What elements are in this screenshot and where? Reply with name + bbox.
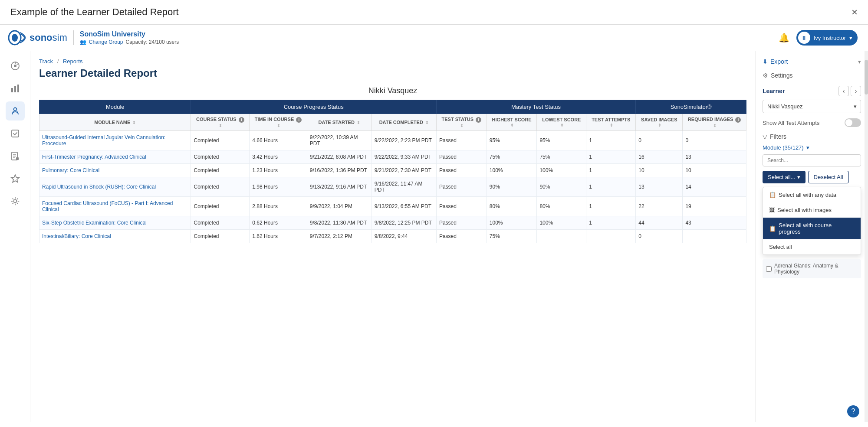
breadcrumb-reports[interactable]: Reports: [63, 58, 83, 65]
module-link[interactable]: Intestinal/Biliary: Core Clinical: [42, 233, 111, 239]
module-link[interactable]: Pulmonary: Core Clinical: [42, 167, 99, 173]
course-status-cell: Completed: [191, 131, 250, 150]
dropdown-item-course-progress[interactable]: 📋 Select all with course progress: [763, 218, 861, 239]
date-completed-cell: 9/13/2022, 6:55 AM PDT: [372, 197, 436, 216]
sort-icon[interactable]: ⇕: [425, 121, 429, 125]
module-search-input[interactable]: [763, 154, 861, 166]
last-module-checkbox[interactable]: [766, 266, 772, 272]
learner-select[interactable]: Nikki Vasquez: [763, 100, 861, 113]
time-in-course-cell: 1.62 Hours: [250, 230, 307, 243]
date-started-cell: 9/22/2022, 10:39 AM PDT: [307, 131, 372, 150]
test-status-cell: Passed: [436, 150, 487, 164]
table-row: Focused Cardiac Ultrasound (FoCUS) - Par…: [39, 197, 746, 216]
help-badge[interactable]: ?: [847, 405, 859, 417]
dropdown-item-with-images[interactable]: 🖼 Select all with images: [763, 202, 861, 218]
user-dropdown-icon: ▾: [849, 35, 852, 41]
date-started-cell: 9/8/2022, 11:30 AM PDT: [307, 216, 372, 230]
lowest-score-cell: 95%: [537, 131, 586, 150]
next-learner-button[interactable]: ›: [851, 86, 861, 96]
module-link[interactable]: Ultrasound-Guided Internal Jugular Vein …: [42, 134, 165, 147]
org-info: SonoSim University 👥 Change Group Capaci…: [73, 30, 179, 45]
test-attempts-cell: [586, 230, 636, 243]
th-date-completed: DATE COMPLETED ⇕: [372, 114, 436, 131]
module-name-cell: Intestinal/Biliary: Core Clinical: [39, 230, 191, 243]
highest-score-cell: 100%: [487, 164, 537, 177]
export-button[interactable]: ⬇ Export: [763, 58, 788, 65]
sort-icon[interactable]: ⇕: [277, 124, 280, 128]
right-panel: ⬇ Export ▾ ⚙ Settings Learner ‹ › Nikki …: [755, 51, 868, 422]
dropdown-item-any-data[interactable]: 📋 Select all with any data: [763, 187, 861, 202]
module-link[interactable]: Rapid Ultrasound in Shock (RUSH): Core C…: [42, 184, 156, 190]
sidebar-item-dashboard[interactable]: [6, 56, 25, 75]
test-attempts-cell: 1: [586, 164, 636, 177]
deselect-all-button[interactable]: Deselect All: [808, 171, 849, 183]
sidebar-item-reports[interactable]: [6, 147, 25, 166]
module-name-cell: Six-Step Obstetric Examination: Core Cli…: [39, 216, 191, 230]
sort-icon[interactable]: ⇕: [460, 124, 464, 128]
module-link[interactable]: First-Trimester Pregnancy: Advanced Clin…: [42, 154, 146, 160]
breadcrumb-track[interactable]: Track: [39, 58, 53, 65]
sort-icon[interactable]: ⇕: [610, 123, 613, 127]
scrollbar-thumb[interactable]: [865, 60, 868, 95]
date-completed-cell: 9/22/2022, 9:33 AM PDT: [372, 150, 436, 164]
avatar: II: [798, 32, 810, 44]
sort-icon[interactable]: ⇕: [713, 124, 717, 128]
th-test-status: TEST STATUS i ⇕: [436, 114, 487, 131]
learner-section: Learner ‹ › Nikki Vasquez: [763, 86, 861, 113]
prev-learner-button[interactable]: ‹: [838, 86, 849, 96]
training-icon: [10, 106, 20, 116]
th-lowest-score: LOWEST SCORE ⇕: [537, 114, 586, 131]
sidebar-item-settings[interactable]: [6, 192, 25, 211]
highest-score-cell: 95%: [487, 131, 537, 150]
sort-icon[interactable]: ⇕: [219, 124, 222, 128]
module-filter-expand-icon: ▾: [806, 144, 809, 151]
settings-row[interactable]: ⚙ Settings: [763, 72, 861, 79]
th-highest-score: HIGHEST SCORE ⇕: [487, 114, 537, 131]
info-icon[interactable]: i: [239, 117, 244, 123]
th-test-attempts: TEST ATTEMPTS ⇕: [586, 114, 636, 131]
required-images-cell: 13: [683, 150, 746, 164]
select-all-button[interactable]: Select all... ▾: [763, 171, 806, 183]
sidebar-item-training[interactable]: [6, 101, 25, 121]
show-all-attempts-toggle[interactable]: [845, 118, 861, 127]
select-all-dropdown: 📋 Select all with any data 🖼 Select all …: [763, 187, 861, 255]
settings-label: Settings: [771, 72, 793, 79]
test-status-cell: Passed: [436, 216, 487, 230]
report-table: Module Course Progress Status Mastery Te…: [39, 100, 746, 243]
sort-icon[interactable]: ⇕: [357, 121, 360, 125]
sort-icon[interactable]: ⇕: [132, 121, 136, 125]
sort-icon[interactable]: ⇕: [560, 123, 564, 127]
close-button[interactable]: ×: [852, 6, 858, 18]
svg-line-5: [16, 64, 18, 65]
sidebar-item-tasks[interactable]: [6, 124, 25, 143]
time-in-course-cell: 0.62 Hours: [250, 216, 307, 230]
sidebar-item-badges[interactable]: [6, 169, 25, 188]
module-link[interactable]: Focused Cardiac Ultrasound (FoCUS) - Par…: [42, 200, 173, 212]
th-time-in-course: TIME IN COURSE i ⇕: [250, 114, 307, 131]
required-images-cell: 10: [683, 164, 746, 177]
svg-marker-18: [11, 175, 19, 183]
lowest-score-cell: 100%: [537, 164, 586, 177]
module-name-cell: Rapid Ultrasound in Shock (RUSH): Core C…: [39, 177, 191, 197]
time-in-course-cell: 4.66 Hours: [250, 131, 307, 150]
sort-icon[interactable]: ⇕: [658, 123, 661, 127]
module-name-cell: Ultrasound-Guided Internal Jugular Vein …: [39, 131, 191, 150]
sidebar-item-analytics[interactable]: [6, 79, 25, 98]
user-menu[interactable]: II Ivy Instructor ▾: [796, 30, 858, 46]
info-icon[interactable]: i: [296, 117, 302, 123]
module-filter-header[interactable]: Module (35/127) ▾: [763, 144, 861, 151]
dropdown-item-select-all[interactable]: Select all: [763, 239, 861, 254]
title-bar: Example of the Learner Detailed Report ×: [0, 0, 868, 25]
sort-icon[interactable]: ⇕: [510, 123, 514, 127]
date-started-cell: 9/16/2022, 1:36 PM PDT: [307, 164, 372, 177]
change-group-link[interactable]: Change Group: [89, 39, 123, 45]
settings-icon: [10, 196, 20, 206]
export-expand-icon[interactable]: ▾: [858, 59, 861, 65]
time-in-course-cell: 2.88 Hours: [250, 197, 307, 216]
highest-score-cell: 90%: [487, 177, 537, 197]
module-link[interactable]: Six-Step Obstetric Examination: Core Cli…: [42, 220, 147, 226]
info-icon[interactable]: i: [735, 117, 741, 123]
notification-bell-icon[interactable]: 🔔: [779, 33, 789, 43]
info-icon[interactable]: i: [476, 117, 481, 123]
svg-rect-17: [16, 157, 19, 160]
